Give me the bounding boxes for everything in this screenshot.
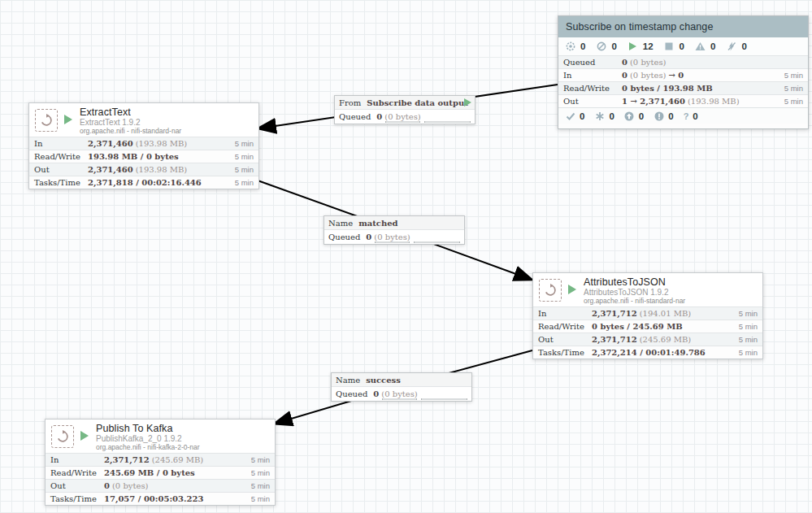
pg-stat-readwrite: Read/Write 0 bytes / 193.98 MB 5 min bbox=[558, 81, 808, 94]
processor-loop-icon bbox=[539, 279, 562, 302]
stat-row-readwrite: Read/Write 193.98 MB / 0 bytes 5 min bbox=[29, 150, 258, 163]
pg-stat-queued: Queued 0(0 bytes) bbox=[558, 55, 808, 68]
stopped-icon bbox=[664, 41, 675, 52]
stat-row-in: In 2,371,712(194.01 MB) 5 min bbox=[533, 306, 762, 320]
processor-loop-icon bbox=[51, 425, 74, 448]
not-transmitting-count: 0 bbox=[611, 41, 616, 51]
stat-row-out: Out 2,371,712(245.69 MB) 5 min bbox=[533, 333, 762, 346]
run-triangle-icon bbox=[568, 285, 576, 294]
processor-title: AttributesToJSON bbox=[584, 276, 762, 288]
stat-row-out: Out 2,371,460(193.98 MB) 5 min bbox=[29, 163, 258, 176]
pg-stat-in: In 0(0 bytes)→ 0 5 min bbox=[558, 68, 808, 81]
connection-label-success[interactable]: Name success Queued 0 (0 bytes) bbox=[331, 372, 472, 402]
port-running-icon bbox=[464, 98, 471, 107]
process-group-status-bar: 0 0 12 0 0 0 bbox=[558, 37, 808, 55]
not-transmitting-icon bbox=[596, 41, 606, 52]
locally-modified-count: 0 bbox=[609, 111, 614, 121]
processor-title: Publish To Kafka bbox=[96, 423, 275, 434]
transmitting-icon bbox=[565, 41, 575, 52]
stale-count: 0 bbox=[639, 111, 644, 121]
backpressure-object-bar bbox=[382, 398, 417, 400]
pg-stat-out: Out 1 → 2,371,460(193.98 MB) 5 min bbox=[558, 94, 808, 107]
process-group-title: Subscribe on timestamp change bbox=[558, 16, 808, 37]
process-group-subscribe[interactable]: Subscribe on timestamp change 0 0 12 0 0 bbox=[558, 15, 809, 129]
backpressure-size-bar bbox=[414, 241, 460, 243]
stat-row-tasks: Tasks/Time 2,371,818 / 00:02:16.446 5 mi… bbox=[29, 176, 258, 189]
stat-row-in: In 2,371,460(193.98 MB) 5 min bbox=[29, 137, 258, 150]
processor-bundle: org.apache.nifi - nifi-standard-nar bbox=[584, 298, 762, 306]
locally-modified-stale-count: 0 bbox=[668, 111, 673, 121]
run-triangle-icon bbox=[80, 431, 89, 441]
run-triangle-icon bbox=[64, 115, 72, 124]
processor-extracttext[interactable]: ExtractText ExtractText 1.9.2 org.apache… bbox=[28, 102, 259, 189]
connection-label-subscribe-data-output[interactable]: From Subscribe data output Queued 0 (0 b… bbox=[334, 95, 475, 124]
transmitting-count: 0 bbox=[580, 41, 585, 51]
stat-row-out: Out 0(0 bytes) 5 min bbox=[46, 479, 275, 492]
stat-row-in: In 2,371,712(245.69 MB) 5 min bbox=[46, 453, 275, 466]
process-group-version-bar: 0 0 0 0 ? 0 bbox=[558, 107, 808, 124]
processor-publish-to-kafka[interactable]: Publish To Kafka PublishKafka_2_0 1.9.2 … bbox=[45, 419, 276, 506]
up-to-date-count: 0 bbox=[580, 111, 584, 121]
stat-row-tasks: Tasks/Time 17,057 / 00:05:03.223 5 min bbox=[46, 492, 275, 505]
stat-row-readwrite: Read/Write 0 bytes / 245.69 MB 5 min bbox=[533, 320, 762, 333]
backpressure-object-bar bbox=[375, 241, 410, 243]
processor-title: ExtractText bbox=[80, 107, 258, 118]
running-count: 12 bbox=[643, 41, 654, 51]
processor-loop-icon bbox=[35, 109, 58, 132]
stat-row-tasks: Tasks/Time 2,372,214 / 00:01:49.786 5 mi… bbox=[533, 346, 762, 359]
stale-icon bbox=[624, 111, 635, 121]
stat-row-readwrite: Read/Write 245.69 MB / 0 bytes 5 min bbox=[46, 466, 275, 479]
nifi-flow-canvas[interactable]: Subscribe on timestamp change 0 0 12 0 0 bbox=[0, 0, 812, 513]
running-icon bbox=[627, 41, 638, 52]
sync-failure-count: 0 bbox=[693, 111, 697, 121]
invalid-icon bbox=[695, 41, 706, 52]
up-to-date-icon bbox=[565, 111, 575, 121]
processor-bundle: org.apache.nifi - nifi-kafka-2-0-nar bbox=[96, 444, 275, 452]
backpressure-size-bar bbox=[424, 121, 471, 123]
disabled-icon bbox=[726, 41, 736, 52]
connection-label-matched[interactable]: Name matched Queued 0 (0 bytes) bbox=[323, 215, 465, 245]
backpressure-object-bar bbox=[385, 121, 420, 123]
locally-modified-icon bbox=[594, 111, 605, 121]
sync-failure-icon: ? bbox=[684, 111, 689, 121]
locally-modified-stale-icon bbox=[654, 111, 664, 121]
processor-bundle: org.apache.nifi - nifi-standard-nar bbox=[80, 128, 258, 136]
processor-attributestojson[interactable]: AttributesToJSON AttributesToJSON 1.9.2 … bbox=[532, 272, 763, 359]
invalid-count: 0 bbox=[710, 41, 715, 51]
stopped-count: 0 bbox=[680, 41, 684, 51]
disabled-count: 0 bbox=[741, 41, 746, 51]
backpressure-size-bar bbox=[421, 398, 467, 400]
